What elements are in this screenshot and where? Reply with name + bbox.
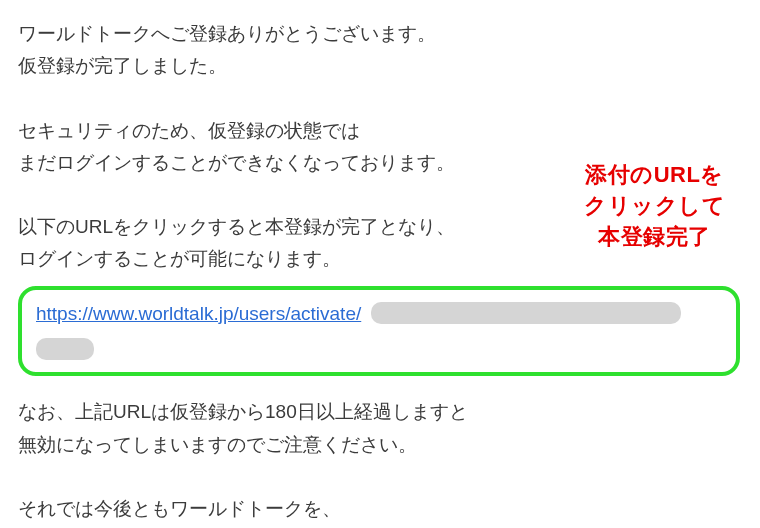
redacted-token-2 [36, 338, 94, 360]
annotation-line-3: 本登録完了 [567, 222, 742, 253]
expiry-line-1: なお、上記URLは仮登録から180日以上経過しますと [18, 396, 740, 428]
redacted-token-1 [371, 302, 681, 324]
security-line-1: セキュリティのため、仮登録の状態では [18, 115, 740, 147]
expiry-block: なお、上記URLは仮登録から180日以上経過しますと 無効になってしまいますので… [18, 396, 740, 461]
expiry-line-2: 無効になってしまいますのでご注意ください。 [18, 429, 740, 461]
annotation-line-1: 添付のURLを [567, 160, 742, 191]
annotation-line-2: クリックして [567, 191, 742, 222]
greeting-line-1: ワールドトークへご登録ありがとうございます。 [18, 18, 740, 50]
annotation-callout: 添付のURLを クリックして 本登録完了 [567, 160, 742, 252]
closing-line-1: それでは今後ともワールドトークを、 [18, 493, 740, 525]
greeting-line-2: 仮登録が完了しました。 [18, 50, 740, 82]
closing-block: それでは今後ともワールドトークを、 どうぞよろしくお願い致します。 [18, 493, 740, 528]
activation-link[interactable]: https://www.worldtalk.jp/users/activate/ [36, 303, 361, 324]
url-highlight-box: https://www.worldtalk.jp/users/activate/ [18, 286, 740, 377]
greeting-block: ワールドトークへご登録ありがとうございます。 仮登録が完了しました。 [18, 18, 740, 83]
